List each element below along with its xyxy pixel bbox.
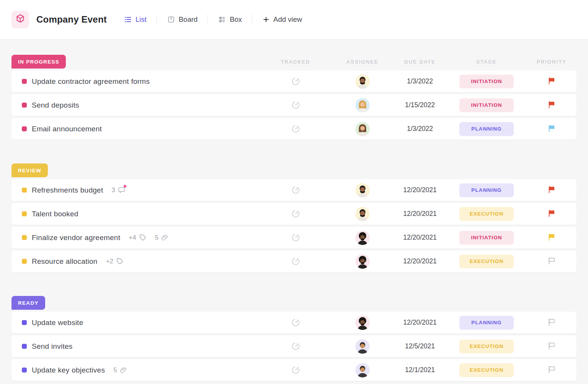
stage-badge[interactable]: EXECUTION bbox=[459, 340, 514, 353]
assignee-avatar[interactable] bbox=[355, 207, 370, 221]
stage-badge[interactable]: INITIATION bbox=[459, 231, 514, 245]
column-header-due-date: Due date bbox=[399, 59, 441, 65]
stage-badge[interactable]: EXECUTION bbox=[459, 255, 514, 268]
priority-flag[interactable] bbox=[547, 185, 556, 196]
due-date[interactable]: 12/20/2021 bbox=[399, 319, 441, 327]
status-bullet[interactable] bbox=[22, 126, 27, 131]
timer-icon[interactable] bbox=[291, 233, 301, 242]
column-header-stage: Stage bbox=[441, 59, 532, 65]
task-row[interactable]: Email announcement bbox=[11, 118, 577, 140]
task-row[interactable]: Update key objectives bbox=[11, 359, 577, 381]
group-badge[interactable]: READY bbox=[11, 296, 45, 310]
timer-icon[interactable] bbox=[291, 209, 301, 219]
stage-badge[interactable]: INITIATION bbox=[459, 75, 514, 88]
group-badge[interactable]: REVIEW bbox=[11, 163, 48, 177]
tab-list[interactable]: List bbox=[123, 13, 147, 26]
cube-icon bbox=[15, 13, 26, 26]
task-name[interactable]: Update website bbox=[32, 319, 83, 327]
attachment-count[interactable]: 5 bbox=[113, 366, 127, 374]
task-row[interactable]: Send deposits bbox=[11, 94, 577, 116]
status-bullet[interactable] bbox=[22, 344, 27, 349]
priority-flag[interactable] bbox=[547, 232, 556, 243]
timer-icon[interactable] bbox=[291, 124, 301, 134]
task-row[interactable]: Refreshments budget 3 bbox=[11, 179, 577, 201]
assignee-avatar[interactable] bbox=[355, 363, 370, 377]
timer-icon[interactable] bbox=[291, 100, 301, 110]
task-row[interactable]: Finalize vendor agreement +4 bbox=[11, 227, 577, 248]
task-name[interactable]: Finalize vendor agreement bbox=[32, 234, 120, 242]
status-bullet[interactable] bbox=[22, 188, 27, 193]
comment-count[interactable]: 3 bbox=[111, 186, 125, 194]
task-name[interactable]: Update contractor agreement forms bbox=[32, 77, 150, 86]
status-bullet[interactable] bbox=[22, 320, 27, 325]
stage-badge[interactable]: PLANNING bbox=[459, 183, 514, 197]
assignee-avatar[interactable] bbox=[355, 98, 370, 113]
add-view-label: Add view bbox=[273, 15, 302, 24]
space-icon[interactable] bbox=[11, 11, 29, 28]
priority-flag[interactable] bbox=[547, 76, 556, 87]
assignee-avatar[interactable] bbox=[355, 254, 370, 269]
priority-flag[interactable] bbox=[547, 209, 556, 219]
timer-icon[interactable] bbox=[291, 185, 301, 195]
assignee-avatar[interactable] bbox=[355, 74, 370, 89]
timer-icon[interactable] bbox=[291, 365, 301, 375]
due-date[interactable]: 1/15/2022 bbox=[399, 101, 441, 109]
priority-flag[interactable] bbox=[547, 341, 556, 352]
stage-badge[interactable]: EXECUTION bbox=[459, 207, 514, 221]
assignee-avatar[interactable] bbox=[355, 183, 370, 198]
tag-count[interactable]: +2 bbox=[106, 257, 124, 265]
task-row[interactable]: Update contractor agreement forms bbox=[11, 70, 577, 92]
due-date[interactable]: 12/20/2021 bbox=[399, 257, 441, 265]
due-date[interactable]: 1/3/2022 bbox=[399, 77, 441, 85]
due-date[interactable]: 12/20/2021 bbox=[399, 186, 441, 194]
status-bullet[interactable] bbox=[22, 103, 27, 108]
task-rows: Refreshments budget 3 bbox=[11, 179, 577, 272]
tab-box[interactable]: Box bbox=[217, 13, 243, 26]
attachment-count[interactable]: 5 bbox=[155, 234, 168, 242]
timer-icon[interactable] bbox=[291, 257, 301, 266]
stage-badge[interactable]: PLANNING bbox=[459, 316, 514, 330]
task-row[interactable]: Send invites bbox=[11, 335, 577, 357]
priority-flag[interactable] bbox=[547, 124, 556, 134]
group-badge[interactable]: IN PROGRESS bbox=[11, 55, 66, 69]
assignee-avatar[interactable] bbox=[355, 230, 370, 245]
priority-flag[interactable] bbox=[547, 365, 556, 376]
assignee-avatar[interactable] bbox=[355, 339, 370, 354]
attachment-count-value: 5 bbox=[113, 366, 117, 374]
tag-count[interactable]: +4 bbox=[129, 234, 146, 242]
stage-badge[interactable]: INITIATION bbox=[459, 98, 514, 112]
page-title: Company Event bbox=[36, 14, 107, 25]
due-date[interactable]: 12/1/2021 bbox=[399, 366, 441, 374]
status-bullet[interactable] bbox=[22, 79, 27, 84]
task-name[interactable]: Resource allocation bbox=[32, 257, 98, 266]
tab-board[interactable]: Board bbox=[166, 13, 198, 26]
task-name[interactable]: Update key objectives bbox=[32, 366, 105, 374]
due-date[interactable]: 1/3/2022 bbox=[399, 125, 441, 133]
stage-badge[interactable]: EXECUTION bbox=[459, 363, 514, 377]
task-name[interactable]: Send invites bbox=[32, 342, 73, 351]
task-row[interactable]: Talent booked bbox=[11, 203, 577, 225]
due-date[interactable]: 12/20/2021 bbox=[399, 210, 441, 218]
task-name[interactable]: Send deposits bbox=[32, 101, 79, 109]
timer-icon[interactable] bbox=[291, 342, 301, 351]
timer-icon[interactable] bbox=[291, 318, 301, 327]
timer-icon[interactable] bbox=[291, 77, 301, 86]
task-name[interactable]: Email announcement bbox=[32, 125, 102, 133]
priority-flag[interactable] bbox=[547, 256, 556, 267]
add-view-button[interactable]: Add view bbox=[261, 13, 303, 26]
task-row[interactable]: Update website bbox=[11, 312, 577, 333]
assignee-avatar[interactable] bbox=[355, 315, 370, 330]
priority-flag[interactable] bbox=[547, 100, 556, 111]
task-name[interactable]: Talent booked bbox=[32, 210, 78, 218]
assignee-avatar[interactable] bbox=[355, 122, 370, 136]
status-bullet[interactable] bbox=[22, 259, 27, 264]
stage-badge[interactable]: PLANNING bbox=[459, 122, 514, 136]
status-bullet[interactable] bbox=[22, 211, 27, 216]
due-date[interactable]: 12/20/2021 bbox=[399, 234, 441, 242]
status-bullet[interactable] bbox=[22, 368, 27, 373]
status-bullet[interactable] bbox=[22, 235, 27, 240]
task-name[interactable]: Refreshments budget bbox=[32, 186, 103, 194]
priority-flag[interactable] bbox=[547, 317, 556, 328]
due-date[interactable]: 12/5/2021 bbox=[399, 342, 441, 350]
task-row[interactable]: Resource allocation +2 bbox=[11, 250, 577, 272]
